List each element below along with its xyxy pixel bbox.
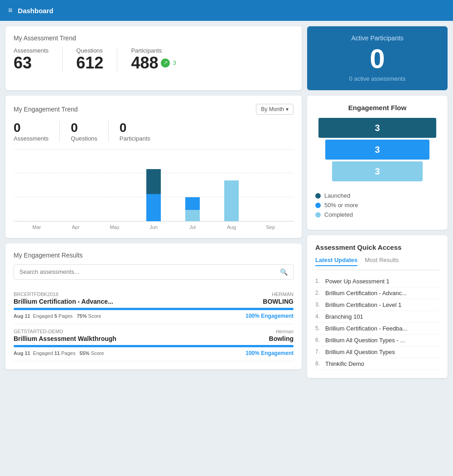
quick-num-7: 7. xyxy=(315,349,323,355)
quick-access-card: Assessment Quick Access Latest Updates M… xyxy=(307,235,448,378)
label-aug: Aug xyxy=(220,224,243,230)
legend-completed-label: Completed xyxy=(324,211,353,218)
bar-aug-light xyxy=(224,180,239,221)
eng-divider-1 xyxy=(59,121,60,142)
funnel-bar-2: 3 xyxy=(325,140,429,160)
by-month-button[interactable]: By Month ▾ xyxy=(256,104,294,115)
result-2-title: Brillium Assessment Walkthrough xyxy=(14,335,116,342)
eng-participants-stat: 0 Participants xyxy=(120,121,150,142)
legend-completed: Completed xyxy=(315,211,439,218)
chevron-down-icon: ▾ xyxy=(286,106,289,112)
questions-value: 612 xyxy=(76,54,103,72)
bar-stack-jul xyxy=(185,197,200,221)
legend-launched-dot xyxy=(315,193,321,199)
bar-jun-dark xyxy=(146,169,161,194)
eng-participants-label: Participants xyxy=(120,135,150,142)
quick-num-1: 1. xyxy=(315,278,323,285)
bar-chart xyxy=(14,149,294,222)
result-2-pages: 11 xyxy=(54,350,60,356)
result-2-score: 55% xyxy=(80,350,90,356)
chart-col-jun xyxy=(142,169,165,221)
participants-with-badge: 488 ↗ 3 xyxy=(131,54,176,72)
questions-stat: Questions 612 xyxy=(76,47,103,72)
assessments-label: Assessments xyxy=(14,47,48,54)
legend-50pct-dot xyxy=(315,203,321,208)
engagement-trend-card: My Engagement Trend By Month ▾ 0 Assessm… xyxy=(5,96,302,238)
quick-num-5: 5. xyxy=(315,325,323,332)
engagement-stats: 0 Assessments 0 Questions 0 Participants xyxy=(14,121,294,142)
eng-questions-value: 0 xyxy=(71,121,97,135)
quick-label-5: Brillium Certification - Feedba... xyxy=(325,325,407,332)
assessment-trend-card: My Assessment Trend Assessments 63 Quest… xyxy=(5,26,302,90)
header: ≡ Dashboard xyxy=(0,0,453,21)
engagement-flow-card: Engagement Flow 3 3 3 Launched 50% or mo… xyxy=(307,96,448,230)
result-2-bottom: Aug 11 Engaged 11 Pages 55% Score 100% E… xyxy=(14,350,294,356)
left-column: My Engagement Trend By Month ▾ 0 Assessm… xyxy=(5,96,302,378)
search-icon: 🔍 xyxy=(280,268,288,276)
participants-stat: Participants 488 ↗ 3 xyxy=(131,47,176,72)
quick-item-8[interactable]: 8. Thinkific Demo xyxy=(315,358,439,370)
quick-label-3: Brillium Certification - Level 1 xyxy=(325,301,401,308)
quick-item-6[interactable]: 6. Brillium All Question Types - ... xyxy=(315,335,439,346)
tab-latest-updates[interactable]: Latest Updates xyxy=(315,257,357,266)
result-item-2: GETSTARTED-DEMO Herman Brillium Assessme… xyxy=(14,324,294,361)
eng-questions-stat: 0 Questions xyxy=(71,121,97,142)
quick-label-6: Brillium All Question Types - ... xyxy=(325,337,405,344)
quick-access-tabs: Latest Updates Most Results xyxy=(315,257,439,270)
label-mar: Mar xyxy=(25,224,48,230)
chart-labels: Mar Apr May Jun Jul Aug Sep xyxy=(14,222,294,230)
result-1-bottom: Aug 11 Engaged 5 Pages 75% Score 100% En… xyxy=(14,313,294,319)
label-jul: Jul xyxy=(181,224,204,230)
participants-value: 488 xyxy=(131,54,158,72)
search-box[interactable]: 🔍 xyxy=(14,264,294,280)
bar-stack-jun xyxy=(146,169,161,221)
active-participants-card: Active Participants 0 0 active assessmen… xyxy=(307,26,448,90)
quick-item-1[interactable]: 1. Power Up Assessment 1 xyxy=(315,276,439,287)
result-2-progress-bar xyxy=(14,345,294,347)
result-2-engagement: 100% Engagement xyxy=(246,350,294,356)
chart-columns xyxy=(17,149,290,221)
legend-50pct-label: 50% or more xyxy=(324,202,358,209)
top-section: My Assessment Trend Assessments 63 Quest… xyxy=(0,21,453,96)
quick-item-4[interactable]: 4. Branching 101 xyxy=(315,311,439,323)
result-2-person-bottom: Bowling xyxy=(269,335,294,342)
active-participants-value: 0 xyxy=(315,45,439,73)
label-sep: Sep xyxy=(259,224,282,230)
result-1-engagement: 100% Engagement xyxy=(246,313,294,319)
result-1-pages: 5 xyxy=(54,313,57,319)
result-item-1: BRCERTFDBK2018 HERMAN Brillium Certifica… xyxy=(14,287,294,324)
badge-count: 3 xyxy=(173,59,176,66)
eng-assessments-value: 0 xyxy=(14,121,48,135)
eng-divider-2 xyxy=(108,121,109,142)
assessment-trend-title: My Assessment Trend xyxy=(14,34,294,42)
quick-item-7[interactable]: 7. Brillium All Question Types xyxy=(315,346,439,358)
quick-num-4: 4. xyxy=(315,313,323,320)
search-input[interactable] xyxy=(19,268,276,275)
engagement-header: My Engagement Trend By Month ▾ xyxy=(14,104,294,115)
trend-stats: Assessments 63 Questions 612 Participant… xyxy=(14,47,294,72)
funnel-container: 3 3 3 xyxy=(315,118,439,181)
funnel-bar-3: 3 xyxy=(332,161,423,181)
divider-2 xyxy=(117,47,117,72)
result-2-code: GETSTARTED-DEMO xyxy=(14,329,63,334)
quick-num-3: 3. xyxy=(315,301,323,308)
result-1-title: Brillium Certification - Advance... xyxy=(14,298,113,305)
quick-label-2: Brillium Certification - Advanc... xyxy=(325,290,407,296)
result-1-progress-container xyxy=(14,308,294,310)
hamburger-icon[interactable]: ≡ xyxy=(8,6,12,15)
quick-num-2: 2. xyxy=(315,290,323,296)
eng-assessments-stat: 0 Assessments xyxy=(14,121,48,142)
tab-most-results[interactable]: Most Results xyxy=(365,257,399,266)
questions-label: Questions xyxy=(76,47,103,54)
funnel-legend: Launched 50% or more Completed xyxy=(315,189,439,222)
quick-item-5[interactable]: 5. Brillium Certification - Feedba... xyxy=(315,323,439,335)
trend-up-icon: ↗ xyxy=(161,58,170,68)
result-1-top: BRCERTFDBK2018 HERMAN xyxy=(14,291,294,297)
result-2-person-top: Herman xyxy=(276,329,294,334)
quick-item-3[interactable]: 3. Brillium Certification - Level 1 xyxy=(315,299,439,311)
bar-jul-mid xyxy=(185,197,200,210)
quick-item-2[interactable]: 2. Brillium Certification - Advanc... xyxy=(315,287,439,299)
quick-num-8: 8. xyxy=(315,360,323,367)
legend-launched-label: Launched xyxy=(324,192,350,199)
assessments-stat: Assessments 63 xyxy=(14,47,48,72)
